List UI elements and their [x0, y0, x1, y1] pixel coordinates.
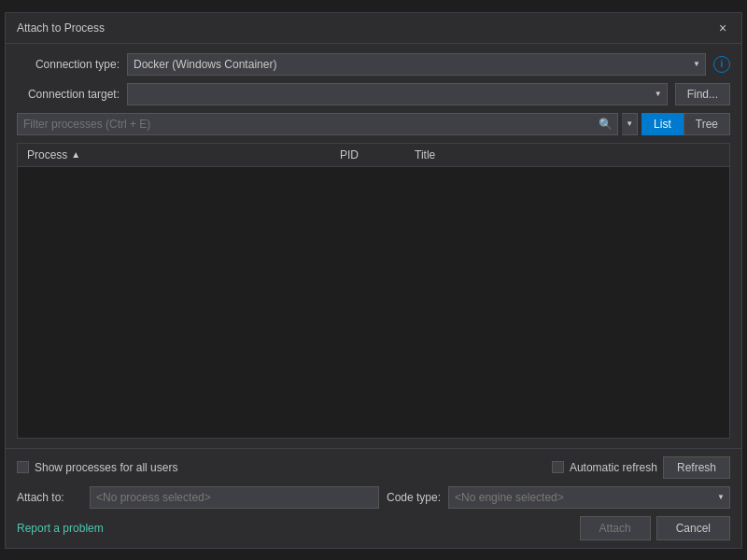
pid-column-header: PID: [336, 147, 411, 163]
filter-row: 🔍 ▼ List Tree: [17, 113, 730, 135]
title-bar: Attach to Process ×: [6, 13, 741, 44]
bottom-row1: Show processes for all users Automatic r…: [17, 456, 730, 479]
table-body[interactable]: [18, 167, 729, 438]
process-table: Process ▲ PID Title: [17, 143, 730, 439]
auto-refresh-label: Automatic refresh: [570, 461, 657, 474]
connection-type-row: Connection type: Docker (Windows Contain…: [17, 53, 730, 76]
action-buttons: Attach Cancel: [580, 516, 730, 540]
show-all-users-label: Show processes for all users: [35, 461, 177, 474]
auto-refresh-group: Automatic refresh Refresh: [552, 456, 730, 479]
code-type-label: Code type:: [387, 491, 441, 504]
close-button[interactable]: ×: [715, 21, 730, 35]
filter-input-wrapper: 🔍: [17, 113, 618, 135]
info-icon[interactable]: i: [713, 56, 730, 73]
attach-to-value: [90, 486, 379, 509]
bottom-section: Show processes for all users Automatic r…: [6, 448, 741, 548]
connection-target-row: Connection target: ▼ Find...: [17, 83, 730, 105]
search-dropdown-button[interactable]: ▼: [622, 113, 638, 135]
show-all-users-checkbox[interactable]: [17, 461, 29, 473]
bottom-row2: Attach to: Code type: <No engine selecte…: [17, 486, 730, 509]
connection-type-select[interactable]: Docker (Windows Container): [127, 53, 706, 76]
bottom-row3: Report a problem Attach Cancel: [17, 516, 730, 540]
sort-arrow-icon: ▲: [71, 149, 80, 160]
attach-to-process-dialog: Attach to Process × Connection type: Doc…: [5, 12, 742, 549]
connection-target-dropdown-wrapper: ▼: [127, 83, 668, 105]
code-type-dropdown-wrapper: <No engine selected> ▼: [448, 486, 730, 509]
connection-target-select[interactable]: [127, 83, 668, 105]
dialog-title: Attach to Process: [17, 21, 105, 35]
report-problem-link[interactable]: Report a problem: [17, 522, 104, 535]
process-column-header: Process ▲: [23, 147, 336, 163]
refresh-button[interactable]: Refresh: [663, 456, 730, 479]
connection-target-label: Connection target:: [17, 88, 120, 101]
filter-input[interactable]: [17, 113, 618, 135]
auto-refresh-checkbox[interactable]: [552, 461, 564, 473]
show-all-users-checkbox-wrapper[interactable]: Show processes for all users: [17, 461, 177, 474]
dialog-content: Connection type: Docker (Windows Contain…: [6, 44, 741, 448]
find-button[interactable]: Find...: [675, 83, 730, 105]
attach-to-label: Attach to:: [17, 491, 82, 504]
view-toggle: List Tree: [641, 113, 730, 135]
cancel-button[interactable]: Cancel: [656, 516, 730, 540]
table-header: Process ▲ PID Title: [18, 144, 729, 167]
list-view-button[interactable]: List: [641, 113, 684, 135]
code-type-select[interactable]: <No engine selected>: [448, 486, 730, 509]
attach-button[interactable]: Attach: [580, 516, 651, 540]
title-column-header: Title: [411, 147, 724, 163]
tree-view-button[interactable]: Tree: [684, 113, 730, 135]
auto-refresh-checkbox-wrapper[interactable]: Automatic refresh: [552, 461, 657, 474]
connection-type-label: Connection type:: [17, 58, 120, 71]
connection-type-dropdown-wrapper: Docker (Windows Container) ▼: [127, 53, 706, 76]
